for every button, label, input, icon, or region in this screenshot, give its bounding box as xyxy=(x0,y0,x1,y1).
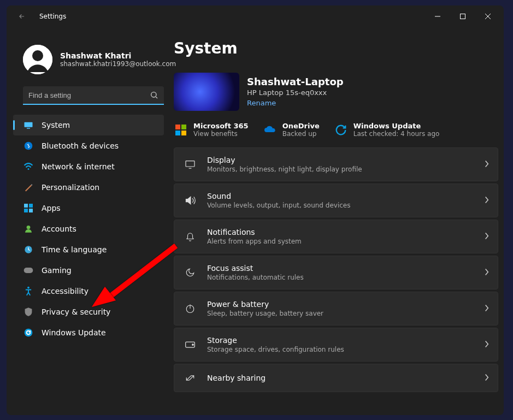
svg-rect-1 xyxy=(461,14,465,19)
page-title: System xyxy=(174,39,498,57)
card-title: Focus assist xyxy=(207,264,304,273)
sidebar-item-label: Privacy & security xyxy=(42,307,110,316)
card-storage[interactable]: StorageStorage space, drives, configurat… xyxy=(174,328,498,362)
svg-point-20 xyxy=(25,329,33,337)
card-title: Sound xyxy=(207,192,350,200)
card-sound[interactable]: SoundVolume levels, output, input, sound… xyxy=(174,184,498,217)
device-model: HP Laptop 15s-eq0xxx xyxy=(247,88,344,97)
svg-point-6 xyxy=(151,92,156,97)
onedrive-icon xyxy=(263,123,277,137)
card-subtitle: Sleep, battery usage, battery saver xyxy=(207,310,323,317)
main-panel: System Shashwat-Laptop HP Laptop 15s-eq0… xyxy=(170,27,504,415)
card-subtitle: Storage space, drives, configuration rul… xyxy=(207,346,344,353)
svg-point-11 xyxy=(28,168,30,170)
card-subtitle: Volume levels, output, input, sound devi… xyxy=(207,202,350,209)
card-title: Storage xyxy=(207,336,344,345)
device-row: Shashwat-Laptop HP Laptop 15s-eq0xxx Ren… xyxy=(174,73,498,111)
svg-point-19 xyxy=(27,287,30,289)
status-ms365[interactable]: Microsoft 365 View benefits xyxy=(174,122,249,138)
card-subtitle: Notifications, automatic rules xyxy=(207,274,304,281)
search-icon xyxy=(150,91,158,102)
sidebar-item-network[interactable]: Network & internet xyxy=(13,156,164,177)
svg-rect-14 xyxy=(24,209,28,212)
sidebar-item-label: Time & language xyxy=(42,245,107,254)
card-notifications[interactable]: NotificationsAlerts from apps and system xyxy=(174,220,498,253)
nearby-icon xyxy=(184,372,196,384)
svg-rect-8 xyxy=(25,122,33,127)
status-onedrive[interactable]: OneDrive Backed up xyxy=(263,122,320,138)
card-title: Power & battery xyxy=(207,300,323,309)
user-name: Shashwat Khatri xyxy=(60,51,176,60)
search-input[interactable] xyxy=(23,86,164,105)
svg-point-16 xyxy=(27,226,31,229)
svg-line-7 xyxy=(156,97,157,98)
sidebar-item-time[interactable]: Time & language xyxy=(13,239,164,260)
card-subtitle: Alerts from apps and system xyxy=(207,238,302,245)
sidebar-item-label: Accessibility xyxy=(42,287,89,295)
chevron-right-icon xyxy=(485,232,489,242)
chevron-right-icon xyxy=(485,373,489,383)
svg-rect-12 xyxy=(24,204,28,208)
status-ms365-sub: View benefits xyxy=(193,130,249,138)
sidebar-item-label: Network & internet xyxy=(42,162,115,171)
status-update[interactable]: Windows Update Last checked: 4 hours ago xyxy=(334,122,440,138)
chevron-right-icon xyxy=(485,268,489,278)
window-title: Settings xyxy=(39,13,425,20)
back-button[interactable] xyxy=(15,10,28,23)
svg-point-5 xyxy=(32,50,43,61)
sidebar-item-accessibility[interactable]: Accessibility xyxy=(13,281,164,301)
sidebar-item-label: Gaming xyxy=(42,266,72,275)
user-account-row[interactable]: Shashwat Khatri shashwat.khatri1993@outl… xyxy=(7,34,170,86)
sidebar-item-label: Personalization xyxy=(42,183,99,192)
display-icon xyxy=(184,158,196,170)
user-email: shashwat.khatri1993@outlook.com xyxy=(60,60,176,68)
sound-icon xyxy=(184,194,196,206)
card-nearby[interactable]: Nearby sharing xyxy=(174,364,498,392)
card-title: Nearby sharing xyxy=(207,374,266,382)
sidebar-item-personalization[interactable]: Personalization xyxy=(13,177,164,198)
status-onedrive-sub: Backed up xyxy=(282,130,320,138)
maximize-button[interactable] xyxy=(450,8,475,25)
ms365-icon xyxy=(174,123,188,137)
card-subtitle: Monitors, brightness, night light, displ… xyxy=(207,165,362,173)
svg-rect-18 xyxy=(24,268,33,273)
card-display[interactable]: DisplayMonitors, brightness, night light… xyxy=(174,147,498,181)
card-focus[interactable]: Focus assistNotifications, automatic rul… xyxy=(174,256,498,289)
network-icon xyxy=(23,161,34,172)
close-button[interactable] xyxy=(475,8,500,25)
apps-icon xyxy=(23,203,34,214)
card-power[interactable]: Power & batterySleep, battery usage, bat… xyxy=(174,292,498,326)
settings-cards: DisplayMonitors, brightness, night light… xyxy=(174,147,498,392)
sidebar-item-update[interactable]: Windows Update xyxy=(13,322,164,343)
avatar xyxy=(23,45,52,74)
status-ms365-title: Microsoft 365 xyxy=(193,122,249,130)
update-icon xyxy=(23,327,34,338)
chevron-right-icon xyxy=(485,340,489,350)
chevron-right-icon xyxy=(485,304,489,314)
svg-rect-21 xyxy=(186,161,194,167)
sidebar-item-label: Apps xyxy=(42,204,61,212)
focus-icon xyxy=(184,267,196,279)
sidebar-item-gaming[interactable]: Gaming xyxy=(13,260,164,281)
sidebar-item-accounts[interactable]: Accounts xyxy=(13,218,164,239)
sidebar-item-label: Bluetooth & devices xyxy=(42,141,119,150)
sidebar-item-label: Windows Update xyxy=(42,328,106,337)
sidebar-item-label: Accounts xyxy=(42,224,76,233)
sidebar-item-apps[interactable]: Apps xyxy=(13,198,164,218)
minimize-button[interactable] xyxy=(425,8,450,25)
card-title: Display xyxy=(207,156,362,164)
svg-point-26 xyxy=(192,344,194,346)
rename-link[interactable]: Rename xyxy=(247,99,276,107)
device-name: Shashwat-Laptop xyxy=(247,76,344,87)
notifications-icon xyxy=(184,230,196,242)
svg-rect-13 xyxy=(29,204,33,208)
card-title: Notifications xyxy=(207,228,302,236)
sidebar-item-bluetooth[interactable]: Bluetooth & devices xyxy=(13,135,164,156)
sidebar-item-privacy[interactable]: Privacy & security xyxy=(13,301,164,322)
titlebar: Settings xyxy=(7,5,504,27)
status-update-title: Windows Update xyxy=(353,122,440,130)
system-icon xyxy=(23,120,34,131)
power-icon xyxy=(184,303,196,315)
sidebar-item-system[interactable]: System xyxy=(13,115,164,135)
personalization-icon xyxy=(23,182,34,193)
